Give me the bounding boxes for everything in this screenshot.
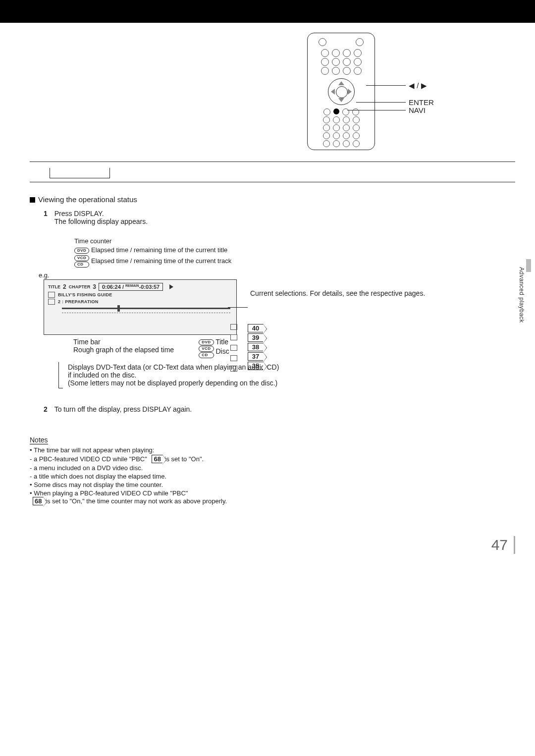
remote-button bbox=[356, 38, 364, 46]
remote-dpad bbox=[328, 78, 355, 105]
repeat-icon bbox=[230, 366, 237, 372]
cd-pill-icon: CD bbox=[74, 262, 89, 268]
page-ref: 38 bbox=[248, 343, 264, 351]
page-reference-stack: 40 39 38 37 35 bbox=[248, 323, 264, 371]
note-sub-item: - a menu included on a DVD video disc. bbox=[30, 464, 515, 472]
remote-control-outline bbox=[307, 33, 375, 150]
note-item: When playing a PBC-featured VIDEO CD whi… bbox=[30, 489, 515, 505]
legend-l2: if included on the disc. bbox=[68, 371, 137, 379]
square-bullet-icon bbox=[30, 197, 35, 203]
osd-settings-icons bbox=[230, 323, 245, 375]
step1-line1: Press DISPLAY. bbox=[54, 210, 104, 217]
bracket-icon bbox=[58, 362, 63, 388]
note-item: Some discs may not display the time coun… bbox=[30, 481, 515, 488]
remote-button bbox=[319, 38, 326, 46]
osd-remain-label: REMAIN bbox=[125, 284, 139, 287]
callout-enter: ENTER bbox=[409, 98, 434, 107]
notes-heading: Notes bbox=[30, 436, 48, 444]
dvdtext-legend: Displays DVD-Text data (or CD-Text data … bbox=[58, 363, 371, 388]
osd-title-label: TITLE bbox=[48, 284, 60, 289]
section-divider bbox=[30, 162, 515, 182]
notes-block: Notes The time bar will not appear when … bbox=[30, 436, 515, 505]
legend-l3: (Some letters may not be displayed prope… bbox=[68, 379, 277, 387]
side-tab: Advanced playback bbox=[518, 263, 531, 342]
bookmark-icon bbox=[230, 324, 237, 330]
current-selection-note: Current selections. For details, see the… bbox=[250, 289, 425, 297]
disc-word: Disc bbox=[215, 347, 229, 355]
rough-graph-label: Rough graph of the elapsed time bbox=[73, 346, 174, 354]
osd-top-row: TITLE 2 CHAPTER 3 0:06:24 / REMAIN-0:03:… bbox=[48, 283, 232, 291]
osd-time-box: 0:06:24 / REMAIN-0:03:57 bbox=[99, 283, 163, 291]
osd-elapsed: 0:06:24 bbox=[102, 284, 121, 290]
osd-chapter-label: CHAPTER bbox=[69, 284, 91, 289]
note-sub-item: - a title which does not display the ela… bbox=[30, 473, 515, 480]
page-ref: 68 bbox=[152, 455, 162, 463]
vcd-pill-icon: VCD bbox=[74, 255, 89, 261]
page-ref: 37 bbox=[248, 352, 264, 361]
page-ref: 40 bbox=[248, 324, 264, 332]
callout-line bbox=[366, 85, 406, 86]
top-black-bar bbox=[0, 0, 535, 23]
page-number: 47 bbox=[491, 536, 515, 554]
step-number: 2 bbox=[44, 405, 48, 413]
example-label: e.g. bbox=[39, 271, 515, 279]
dvd-time-desc: Elapsed time / remaining time of the cur… bbox=[91, 246, 227, 254]
play-icon bbox=[169, 284, 173, 289]
page-ref: 35 bbox=[248, 362, 264, 370]
callout-line bbox=[356, 102, 406, 103]
subtitle-icon bbox=[230, 345, 237, 351]
side-tab-label: Advanced playback bbox=[518, 267, 525, 323]
step2-text: To turn off the display, press DISPLAY a… bbox=[54, 405, 192, 413]
dvd-pill-icon: DVD bbox=[74, 248, 89, 254]
step-number: 1 bbox=[44, 210, 48, 217]
osd-area: TITLE 2 CHAPTER 3 0:06:24 / REMAIN-0:03:… bbox=[30, 279, 515, 335]
osd-chapter-num: 3 bbox=[93, 283, 96, 290]
page-ref: 39 bbox=[248, 333, 264, 342]
step-1: 1 Press DISPLAY. The following display a… bbox=[44, 210, 515, 225]
zoom-icon bbox=[230, 355, 237, 361]
cd-pill-icon: CD bbox=[199, 352, 214, 358]
vcd-pill-icon: VCD bbox=[199, 346, 214, 352]
time-bar bbox=[62, 308, 230, 315]
disc-icon bbox=[48, 292, 55, 298]
page-ref: 68 bbox=[33, 497, 44, 505]
vcd-time-desc: Elapsed time / remaining time of the cur… bbox=[91, 257, 231, 265]
callout-line bbox=[347, 110, 406, 110]
osd-title-num: 2 bbox=[63, 283, 66, 290]
angle-icon bbox=[230, 334, 237, 340]
heading-text: Viewing the operational status bbox=[38, 195, 137, 204]
osd-remain: -0:03:57 bbox=[139, 284, 160, 290]
time-counter-block: Time counter DVD Elapsed time / remainin… bbox=[74, 237, 515, 268]
osd-text-line2: 2 : PREPARATION bbox=[58, 299, 99, 304]
callout-arrows: ◀ / ▶ bbox=[409, 81, 427, 90]
side-tab-marker bbox=[526, 259, 531, 272]
note-sub-item: - a PBC-featured VIDEO CD while "PBC" 68… bbox=[30, 455, 515, 463]
osd-box: TITLE 2 CHAPTER 3 0:06:24 / REMAIN-0:03:… bbox=[44, 279, 237, 335]
callout-navi: NAVI bbox=[409, 106, 426, 114]
chapter-icon bbox=[48, 299, 55, 305]
osd-text-line1: BILLY'S FISHING GUIDE bbox=[58, 292, 112, 297]
step-2: 2 To turn off the display, press DISPLAY… bbox=[44, 405, 515, 413]
time-counter-title: Time counter bbox=[74, 237, 515, 245]
timebar-label: Time bar bbox=[73, 338, 174, 346]
note-item: The time bar will not appear when playin… bbox=[30, 446, 515, 454]
dvd-title-word: Title bbox=[215, 338, 228, 346]
dvd-pill-icon: DVD bbox=[199, 339, 214, 345]
step1-line2: The following display appears. bbox=[54, 217, 148, 225]
section-heading: Viewing the operational status bbox=[30, 195, 515, 204]
below-osd-legend: Time bar Rough graph of the elapsed time… bbox=[73, 338, 515, 358]
remote-diagram: ◀ / ▶ ENTER NAVI bbox=[307, 33, 515, 157]
